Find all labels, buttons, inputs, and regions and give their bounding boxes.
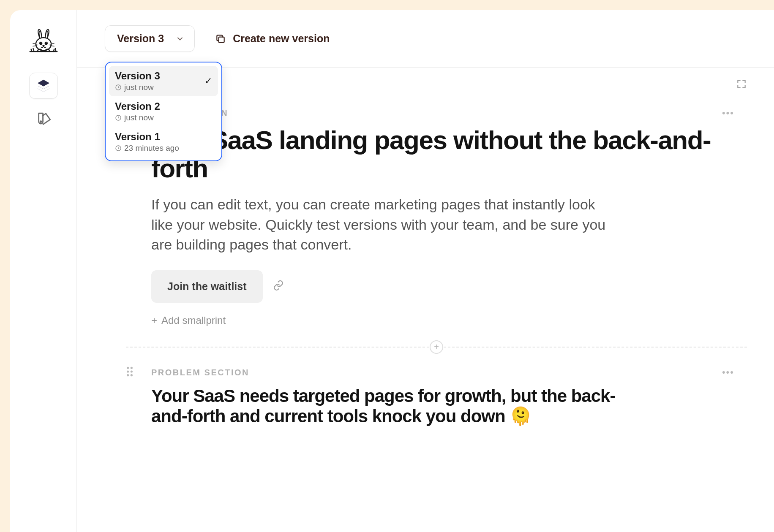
expand-button[interactable] [736,79,747,91]
copy-icon [215,33,226,44]
svg-point-19 [131,371,133,373]
svg-point-16 [127,367,129,369]
version-option-time: just now [124,113,154,122]
clock-icon [115,145,122,152]
svg-point-3 [41,43,41,43]
svg-point-18 [127,371,129,373]
svg-point-2 [45,42,47,44]
expand-icon [736,79,747,90]
svg-point-0 [35,38,51,51]
problem-title[interactable]: Your SaaS needs targeted pages for growt… [151,386,624,427]
link-icon [273,280,284,291]
drag-handle[interactable] [126,366,134,379]
swatch-icon [36,111,51,126]
version-option-2[interactable]: Version 2 just now [109,96,218,127]
check-icon: ✓ [204,76,212,87]
version-selector[interactable]: Version 3 [105,25,195,52]
add-section-button[interactable]: + [430,340,443,354]
chevron-down-icon [176,35,184,43]
cta-button[interactable]: Join the waitlist [151,270,263,303]
svg-rect-6 [219,37,224,42]
svg-point-1 [40,42,42,44]
version-option-3[interactable]: Version 3 just now ✓ [109,66,218,96]
version-option-title: Version 1 [115,131,179,143]
nav-theme[interactable] [29,106,58,132]
problem-section: PROBLEM SECTION ••• Your SaaS needs targ… [126,368,747,427]
cta-link-button[interactable] [273,280,284,293]
section-more-button[interactable]: ••• [722,108,734,119]
hero-title[interactable]: Plan SaaS landing pages without the back… [151,126,747,183]
nav-layers[interactable] [29,73,58,99]
svg-point-21 [131,374,133,376]
section-more-button[interactable]: ••• [722,367,734,378]
version-dropdown: Version 3 just now ✓ Version 2 just now [105,62,222,161]
svg-point-4 [46,43,46,43]
create-version-button[interactable]: Create new version [215,33,330,45]
add-smallprint-button[interactable]: + Add smallprint [151,315,747,326]
drag-icon [126,366,134,377]
plus-icon: + [151,315,157,326]
section-divider: + [126,347,747,347]
clock-icon [115,84,122,91]
layers-icon [36,79,51,93]
svg-point-17 [131,367,133,369]
app-logo[interactable] [27,26,60,59]
hero-subtitle[interactable]: If you can edit text, you can create mar… [151,195,616,255]
create-version-label: Create new version [233,33,330,45]
svg-point-20 [127,374,129,376]
svg-point-5 [40,121,41,122]
version-selector-label: Version 3 [117,33,164,45]
topbar: Version 3 Create new version [77,10,774,68]
version-option-time: just now [124,83,154,92]
add-smallprint-label: Add smallprint [161,315,226,326]
version-option-title: Version 3 [115,70,160,82]
version-option-title: Version 2 [115,100,160,112]
problem-section-label: PROBLEM SECTION [151,368,249,377]
version-option-1[interactable]: Version 1 23 minutes ago [109,127,218,157]
version-option-time: 23 minutes ago [124,144,179,153]
clock-icon [115,114,122,121]
